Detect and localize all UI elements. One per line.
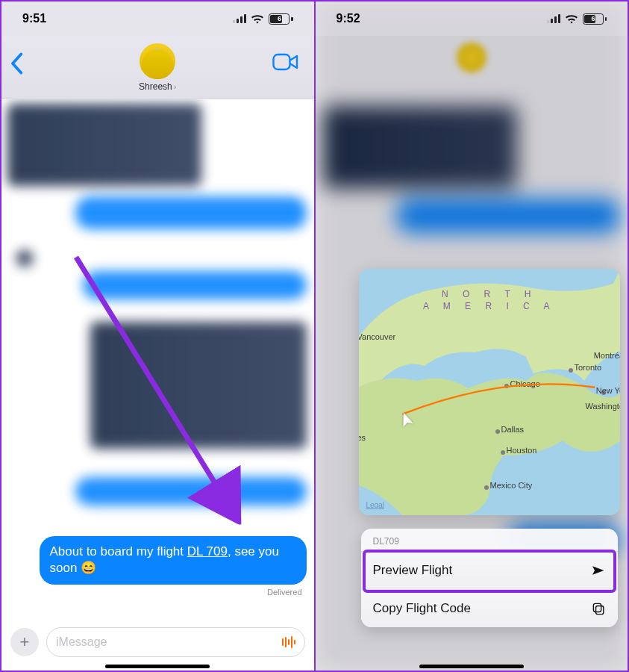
audio-message-icon[interactable] bbox=[282, 636, 295, 648]
status-bar: 9:52 6 bbox=[316, 1, 628, 36]
cellular-icon bbox=[547, 14, 560, 23]
svg-rect-2 bbox=[595, 606, 603, 614]
clock: 9:51 bbox=[22, 12, 46, 25]
annotation-arrow bbox=[72, 255, 243, 524]
status-bar: 9:51 6 bbox=[1, 1, 314, 36]
video-icon bbox=[272, 52, 299, 72]
flight-route bbox=[359, 269, 620, 508]
flight-code-link[interactable]: DL 709 bbox=[187, 544, 228, 559]
message-composer: + iMessage bbox=[1, 617, 314, 665]
conversation-thread[interactable]: About to board my flight DL 709, see you… bbox=[1, 99, 314, 609]
flight-map: N O R T HA M E R I C A Vancouver Chicago… bbox=[359, 269, 621, 515]
wifi-icon bbox=[251, 13, 264, 24]
contact-name[interactable]: Shreesh› bbox=[139, 81, 176, 92]
battery-icon: 6 bbox=[583, 13, 607, 25]
messages-screenshot-right: 9:52 6 N O R T HA M E R I C A bbox=[316, 1, 628, 671]
preview-flight-button[interactable]: Preview Flight bbox=[361, 551, 619, 589]
delivered-label: Delivered bbox=[40, 588, 302, 597]
contact-avatar[interactable] bbox=[140, 43, 175, 79]
map-legal-link[interactable]: Legal bbox=[366, 501, 384, 509]
chevron-right-icon: › bbox=[174, 82, 177, 91]
back-button[interactable] bbox=[9, 52, 24, 78]
outgoing-message-bubble[interactable]: About to board my flight DL 709, see you… bbox=[40, 536, 307, 585]
messages-screenshot-left: 9:51 6 Shreesh› bbox=[1, 1, 314, 671]
wifi-icon bbox=[565, 13, 578, 24]
svg-rect-0 bbox=[273, 55, 290, 69]
plus-icon: + bbox=[20, 632, 30, 652]
battery-icon: 6 bbox=[269, 13, 292, 25]
flight-code-label: DL709 bbox=[361, 529, 619, 551]
airplane-icon bbox=[591, 563, 606, 578]
message-placeholder: iMessage bbox=[56, 635, 107, 649]
flight-preview-popover: N O R T HA M E R I C A Vancouver Chicago… bbox=[359, 269, 621, 627]
flight-map-card[interactable]: N O R T HA M E R I C A Vancouver Chicago… bbox=[359, 269, 621, 515]
copy-icon bbox=[591, 601, 606, 616]
message-input[interactable]: iMessage bbox=[46, 627, 305, 657]
cellular-icon bbox=[233, 14, 246, 23]
chevron-left-icon bbox=[9, 52, 24, 75]
svg-line-1 bbox=[76, 257, 236, 517]
svg-rect-3 bbox=[593, 603, 601, 612]
nav-bar: Shreesh› bbox=[1, 36, 314, 99]
facetime-button[interactable] bbox=[272, 52, 299, 75]
context-menu: DL709 Preview Flight Copy Flight Code bbox=[361, 529, 619, 627]
attach-button[interactable]: + bbox=[10, 628, 39, 656]
home-indicator[interactable] bbox=[105, 665, 210, 668]
copy-flight-code-button[interactable]: Copy Flight Code bbox=[361, 589, 619, 627]
clock: 9:52 bbox=[337, 12, 360, 25]
